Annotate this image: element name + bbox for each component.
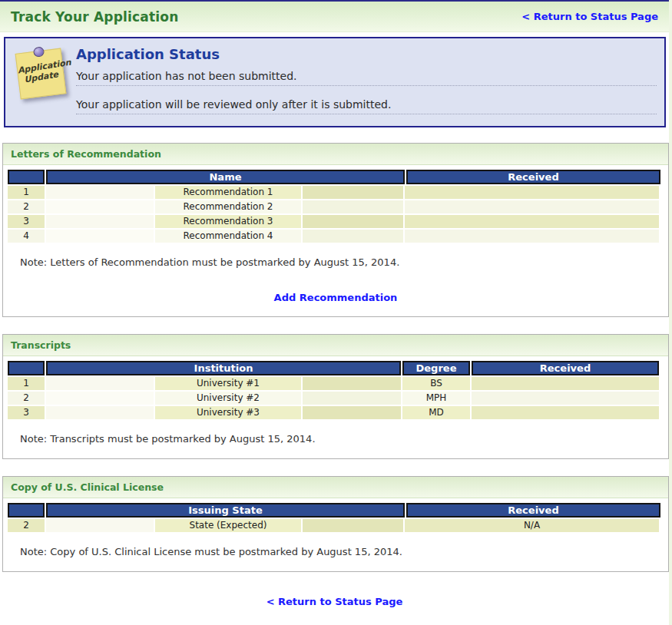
row-number: 2 xyxy=(8,392,45,405)
table: Issuing StateReceived2State (Expected)N/… xyxy=(8,503,664,532)
action-row: Add Recommendation xyxy=(3,289,668,304)
row-received xyxy=(405,215,659,228)
section-letters-of-recommendation: Letters of RecommendationNameReceived1Re… xyxy=(2,143,669,317)
row-value: University #3 xyxy=(155,406,301,419)
section-note: Note: Letters of Recommendation must be … xyxy=(20,256,668,271)
application-update-sticky-note-icon: Application Update xyxy=(15,48,67,100)
column-header-received: Received xyxy=(472,361,659,375)
column-header-spacer xyxy=(8,503,45,518)
table-row: 1University #1BS xyxy=(8,377,664,390)
row-received xyxy=(405,200,659,213)
row-spacer-cell xyxy=(303,200,403,213)
panel-bottom-padding xyxy=(3,448,668,458)
row-value: University #2 xyxy=(155,392,301,405)
table-header-row: NameReceived xyxy=(8,170,664,184)
row-received xyxy=(472,377,659,390)
row-spacer-cell xyxy=(46,186,154,199)
row-received xyxy=(405,230,659,243)
section-clinical-license: Copy of U.S. Clinical LicenseIssuing Sta… xyxy=(2,476,669,572)
column-header-name: Name xyxy=(46,170,405,184)
row-value: Recommendation 2 xyxy=(155,200,301,213)
row-spacer-cell xyxy=(46,519,154,532)
row-value: Recommendation 4 xyxy=(155,230,301,243)
section-title: Copy of U.S. Clinical License xyxy=(3,477,668,498)
column-header-institution: Institution xyxy=(46,361,401,375)
status-heading: Application Status xyxy=(76,46,657,62)
table-header-row: Issuing StateReceived xyxy=(8,503,664,518)
row-spacer-cell xyxy=(46,215,154,228)
row-spacer-cell xyxy=(303,186,403,199)
row-spacer-cell xyxy=(46,230,154,243)
row-value: State (Expected) xyxy=(155,519,301,532)
column-header-spacer xyxy=(8,361,45,375)
page-title: Track Your Application xyxy=(11,9,179,25)
row-value: University #1 xyxy=(155,377,301,390)
row-spacer-cell xyxy=(303,519,403,532)
row-spacer-cell xyxy=(46,406,154,419)
return-to-status-link-bottom[interactable]: < Return to Status Page xyxy=(266,596,403,607)
sticky-note-text: Application Update xyxy=(17,59,64,86)
app-header: Track Your Application < Return to Statu… xyxy=(0,2,669,32)
row-number: 3 xyxy=(8,215,45,228)
row-spacer-cell xyxy=(303,377,401,390)
status-message: Your application will be reviewed only a… xyxy=(76,98,657,114)
row-spacer-cell xyxy=(46,200,154,213)
footer: < Return to Status Page xyxy=(0,594,669,608)
column-header-received: Received xyxy=(406,170,660,184)
section-note: Note: Copy of U.S. Clinical License must… xyxy=(20,546,668,561)
row-value: Recommendation 3 xyxy=(155,215,301,228)
table: InstitutionDegreeReceived1University #1B… xyxy=(8,361,664,419)
row-spacer-cell xyxy=(46,377,154,390)
section-title: Letters of Recommendation xyxy=(3,144,668,165)
row-number: 3 xyxy=(8,406,45,419)
panel-bottom-padding xyxy=(3,561,668,571)
row-number: 1 xyxy=(8,186,45,199)
column-header-degree: Degree xyxy=(402,361,470,375)
section-transcripts: TranscriptsInstitutionDegreeReceived1Uni… xyxy=(2,334,669,459)
section-note: Note: Transcripts must be postmarked by … xyxy=(20,433,668,448)
table-row: 2State (Expected)N/A xyxy=(8,519,664,532)
row-number: 2 xyxy=(8,200,45,213)
table-header-row: InstitutionDegreeReceived xyxy=(8,361,664,375)
row-received xyxy=(405,186,659,199)
row-number: 1 xyxy=(8,377,45,390)
row-degree: BS xyxy=(402,377,470,390)
column-header-received: Received xyxy=(406,503,660,518)
table-row: 3University #3MD xyxy=(8,406,664,419)
table: NameReceived1Recommendation 12Recommenda… xyxy=(8,170,664,243)
row-number: 2 xyxy=(8,519,45,532)
table-row: 1Recommendation 1 xyxy=(8,186,664,199)
row-number: 4 xyxy=(8,230,45,243)
return-to-status-link-top[interactable]: < Return to Status Page xyxy=(521,11,658,22)
application-status-box: Application Update Application Status Yo… xyxy=(4,37,666,127)
pushpin-icon xyxy=(33,46,45,58)
row-value: Recommendation 1 xyxy=(155,186,301,199)
section-title: Transcripts xyxy=(3,335,668,356)
table-row: 2University #2MPH xyxy=(8,392,664,405)
sections-container: Letters of RecommendationNameReceived1Re… xyxy=(0,143,669,572)
row-spacer-cell xyxy=(303,406,401,419)
row-degree: MD xyxy=(402,406,470,419)
add-recommendation-link[interactable]: Add Recommendation xyxy=(274,292,398,303)
column-header-spacer xyxy=(8,170,45,184)
row-degree: MPH xyxy=(402,392,470,405)
row-received xyxy=(472,392,659,405)
status-message: Your application has not been submitted. xyxy=(76,70,657,86)
column-header-issuing-state: Issuing State xyxy=(46,503,405,518)
table-row: 3Recommendation 3 xyxy=(8,215,664,228)
row-spacer-cell xyxy=(303,392,401,405)
row-spacer-cell xyxy=(303,215,403,228)
row-spacer-cell xyxy=(303,230,403,243)
row-spacer-cell xyxy=(46,392,154,405)
table-row: 4Recommendation 4 xyxy=(8,230,664,243)
page: Track Your Application < Return to Statu… xyxy=(0,0,669,625)
row-received: N/A xyxy=(405,519,659,532)
row-received xyxy=(472,406,659,419)
panel-bottom-padding xyxy=(3,306,668,316)
table-row: 2Recommendation 2 xyxy=(8,200,664,213)
